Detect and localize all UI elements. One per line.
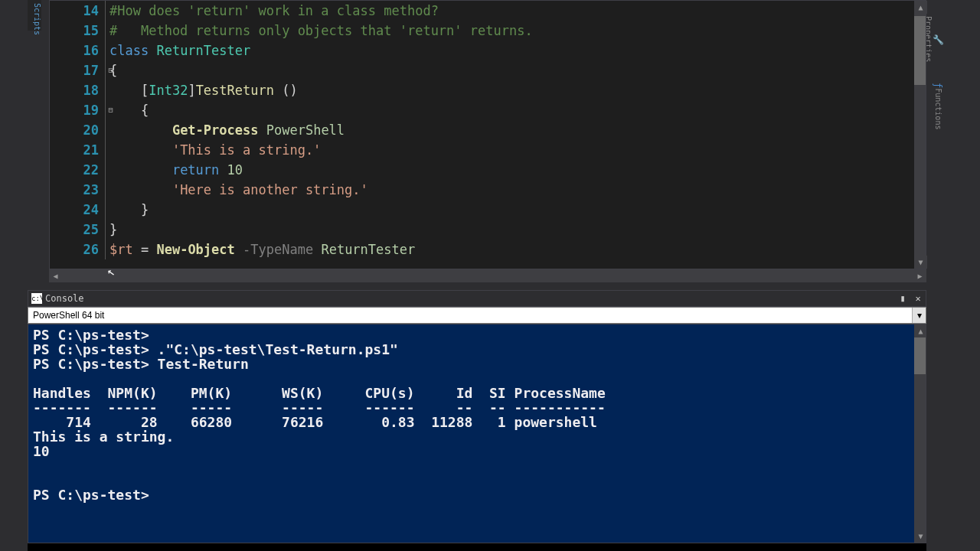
code-editor[interactable]: 14151617181920212223242526 ⊟⊟ #How does … (49, 0, 926, 269)
line-gutter: 14151617181920212223242526 (50, 1, 105, 269)
fold-marker[interactable]: ⊟ (105, 100, 116, 120)
fold-marker[interactable] (105, 120, 116, 140)
dropdown-icon[interactable]: ▾ (912, 308, 926, 323)
fold-marker[interactable] (105, 1, 116, 21)
line-number: 19 (50, 100, 99, 120)
scroll-up-icon[interactable]: ▲ (914, 1, 927, 14)
functions-icon: ƒ (933, 83, 943, 88)
terminal-line (33, 473, 921, 487)
terminal-line: 10 (33, 444, 921, 458)
terminal-line: ------- ------ ----- ----- ------ -- -- … (33, 400, 921, 415)
line-number: 15 (50, 21, 99, 41)
console-title: Console (45, 293, 895, 304)
scroll-right-icon[interactable]: ▶ (913, 269, 926, 282)
console-host-select[interactable]: PowerShell 64 bit ▾ (28, 307, 926, 324)
terminal-line: This is a string. (33, 429, 921, 444)
console-icon: c:\ (31, 293, 42, 304)
scroll-down-icon[interactable]: ▼ (914, 256, 927, 269)
line-number: 24 (50, 200, 99, 220)
fold-marker[interactable]: ⊟ (105, 60, 116, 80)
line-number: 26 (50, 240, 99, 259)
line-number: 14 (50, 1, 99, 21)
fold-marker[interactable] (105, 180, 116, 200)
terminal-bottom-bar (28, 543, 926, 551)
fold-marker[interactable] (105, 240, 116, 259)
line-number: 23 (50, 180, 99, 200)
terminal-vscroll-thumb[interactable] (914, 336, 926, 374)
scroll-up-icon[interactable]: ▲ (914, 324, 926, 337)
fold-marker[interactable] (105, 220, 116, 240)
fold-marker[interactable] (105, 21, 116, 41)
code-line[interactable]: # Method returns only objects that 'retu… (109, 21, 926, 41)
line-number: 18 (50, 80, 99, 100)
editor-hscrollbar[interactable]: ◀ ▶ (49, 269, 926, 282)
code-line[interactable]: return 10 (109, 160, 926, 180)
code-line[interactable]: 'This is a string.' (109, 140, 926, 160)
functions-tab[interactable]: ƒFunctions (928, 73, 943, 135)
code-line[interactable]: Get-Process PowerShell (109, 120, 926, 140)
line-number: 21 (50, 140, 99, 160)
terminal-line: Handles NPM(K) PM(K) WS(K) CPU(s) Id SI … (33, 386, 921, 400)
fold-column[interactable]: ⊟⊟ (105, 1, 116, 259)
terminal-line: PS C:\ps-test> (33, 328, 921, 342)
terminal-line (33, 371, 921, 386)
properties-tab[interactable]: 🔧Properties (928, 6, 943, 67)
code-line[interactable]: 'Here is another string.' (109, 180, 926, 200)
fold-marker[interactable] (105, 41, 116, 60)
line-number: 22 (50, 160, 99, 180)
close-button[interactable]: ✕ (910, 293, 926, 304)
terminal-line: PS C:\ps-test> (33, 487, 921, 502)
code-line[interactable]: } (109, 200, 926, 220)
pin-button[interactable]: ▮ (895, 293, 910, 304)
line-number: 17 (50, 60, 99, 80)
fold-marker[interactable] (105, 80, 116, 100)
terminal-line: 714 28 66280 76216 0.83 11288 1 powershe… (33, 415, 921, 429)
terminal-line: PS C:\ps-test> Test-Return (33, 357, 921, 371)
code-line[interactable]: class ReturnTester (109, 41, 926, 60)
fold-marker[interactable] (105, 140, 116, 160)
code-line[interactable]: #How does 'return' work in a class metho… (109, 1, 926, 21)
line-number: 20 (50, 120, 99, 140)
code-line[interactable]: [Int32]TestReturn () (109, 80, 926, 100)
console-host-value: PowerShell 64 bit (33, 310, 104, 321)
right-panel-tabs: 🔧Properties ƒFunctions (928, 0, 943, 153)
scroll-left-icon[interactable]: ◀ (49, 269, 62, 282)
editor-vscroll-thumb[interactable] (914, 16, 926, 85)
terminal-line (33, 458, 921, 473)
line-number: 16 (50, 41, 99, 60)
terminal-output[interactable]: PS C:\ps-test>PS C:\ps-test> ."C:\ps-tes… (28, 324, 926, 543)
line-number: 25 (50, 220, 99, 240)
code-area[interactable]: #How does 'return' work in a class metho… (105, 1, 926, 269)
terminal-line: PS C:\ps-test> ."C:\ps-test\Test-Return.… (33, 342, 921, 357)
console-header: c:\ Console ▮ ✕ (28, 290, 926, 307)
code-line[interactable]: } (109, 220, 926, 240)
terminal-vscrollbar[interactable]: ▲ ▼ (914, 324, 926, 543)
editor-vscrollbar[interactable]: ▲ ▼ (914, 1, 926, 269)
scroll-down-icon[interactable]: ▼ (914, 530, 926, 543)
code-line[interactable]: { (109, 100, 926, 120)
fold-marker[interactable] (105, 160, 116, 180)
code-line[interactable]: { (109, 60, 926, 80)
code-line[interactable]: $rt = New-Object -TypeName ReturnTester (109, 240, 926, 259)
properties-icon: 🔧 (933, 34, 943, 45)
fold-marker[interactable] (105, 200, 116, 220)
